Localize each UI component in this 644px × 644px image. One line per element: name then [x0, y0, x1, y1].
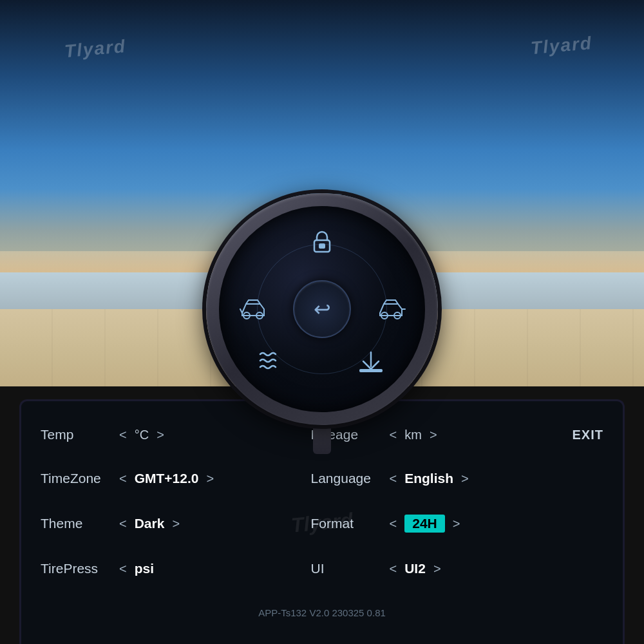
tirepress-value: psi: [135, 561, 154, 576]
app-info: APP-Ts132 V2.0 230325 0.81: [41, 607, 603, 618]
controller-outer-ring: ↩: [206, 193, 438, 425]
format-value-highlight: 24H: [404, 515, 445, 533]
temp-unit: °C: [135, 428, 149, 442]
exit-button[interactable]: EXIT: [573, 428, 603, 442]
timezone-arrow-right[interactable]: >: [204, 471, 216, 486]
language-arrow-left[interactable]: <: [387, 471, 400, 486]
theme-label: Theme: [41, 516, 111, 531]
back-icon: ↩: [314, 299, 331, 319]
language-section: Language < English >: [311, 471, 603, 486]
tirepress-label: TirePress: [41, 561, 111, 576]
svg-rect-1: [319, 244, 325, 248]
format-arrow-left[interactable]: <: [387, 516, 400, 531]
timezone-label: TimeZone: [41, 471, 111, 486]
car-left-icon[interactable]: [237, 295, 269, 323]
timezone-arrow-left[interactable]: <: [117, 471, 129, 486]
language-arrow-right[interactable]: >: [459, 471, 471, 486]
screen-row-2: TimeZone < GMT+12.0 > Language < English…: [41, 471, 603, 486]
controller-stem: [313, 425, 331, 454]
theme-value: Dark: [135, 516, 165, 531]
screen-row-4: TirePress < psi UI < UI2 >: [41, 561, 603, 576]
temp-label: Temp: [41, 427, 111, 442]
theme-arrow-right[interactable]: >: [169, 516, 182, 531]
ui-arrow-right[interactable]: >: [431, 562, 444, 576]
controller-mount: ↩: [206, 193, 438, 454]
tirepress-section: TirePress < psi: [41, 561, 311, 576]
ui-arrow-left[interactable]: <: [387, 562, 400, 576]
svg-point-3: [256, 312, 263, 319]
language-label: Language: [311, 471, 382, 486]
heat-waves-icon[interactable]: [258, 349, 289, 375]
back-button[interactable]: ↩: [293, 280, 351, 338]
svg-point-4: [381, 312, 388, 319]
controller-display[interactable]: ↩: [219, 206, 425, 412]
svg-rect-0: [314, 240, 330, 252]
timezone-section: TimeZone < GMT+12.0 >: [41, 471, 311, 486]
download-icon[interactable]: [357, 350, 385, 377]
ui-label: UI: [311, 561, 382, 576]
theme-section: Theme < Dark >: [41, 516, 311, 531]
ui-value: UI2: [404, 561, 426, 576]
temp-arrow-left[interactable]: <: [117, 428, 129, 442]
format-arrow-right[interactable]: >: [450, 516, 463, 531]
lock-icon[interactable]: [310, 229, 334, 257]
format-section: Format < 24H >: [311, 515, 603, 533]
car-right-icon[interactable]: [375, 295, 407, 323]
tirepress-arrow-left[interactable]: <: [117, 562, 129, 576]
screen-watermark: Tlyard: [290, 508, 354, 537]
language-value: English: [404, 471, 453, 486]
timezone-value: GMT+12.0: [135, 471, 199, 486]
ui-section: UI < UI2 >: [311, 561, 603, 576]
theme-arrow-left[interactable]: <: [117, 516, 129, 531]
temp-arrow-right[interactable]: >: [154, 428, 167, 442]
